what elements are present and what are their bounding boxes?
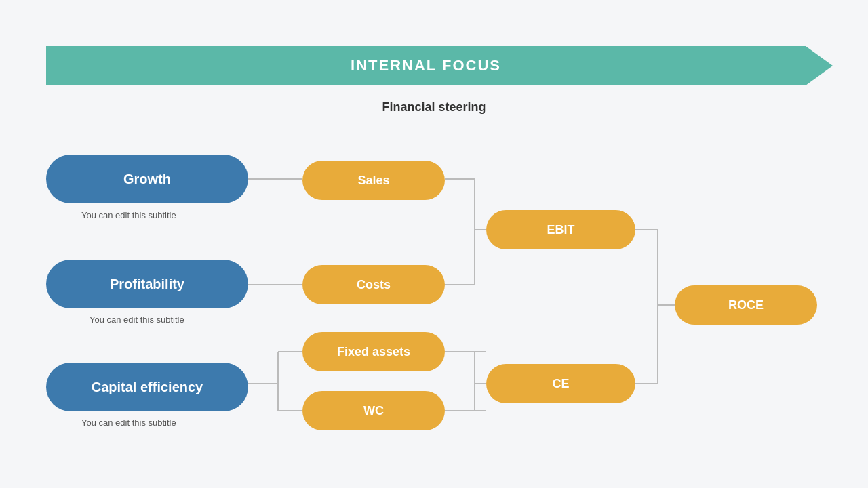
sales-label: Sales: [357, 174, 389, 188]
fixed-assets-label: Fixed assets: [337, 345, 410, 359]
ce-label: CE: [552, 377, 569, 391]
ce-pill: CE: [486, 364, 635, 403]
banner: INTERNAL FOCUS: [46, 46, 833, 85]
roce-label: ROCE: [728, 298, 764, 312]
profitability-pill: Profitability: [46, 260, 248, 308]
wc-label: WC: [363, 404, 384, 418]
banner-arrow: [806, 46, 833, 85]
wc-pill: WC: [302, 391, 445, 430]
growth-label: Growth: [123, 171, 171, 187]
growth-pill: Growth: [46, 155, 248, 203]
profitability-subtitle: You can edit this subtitle: [90, 314, 184, 325]
ebit-pill: EBIT: [486, 210, 635, 249]
sales-pill: Sales: [302, 161, 445, 200]
roce-pill: ROCE: [675, 285, 817, 325]
capital-subtitle: You can edit this subtitle: [81, 418, 176, 428]
banner-title: INTERNAL FOCUS: [46, 46, 806, 85]
profitability-label: Profitability: [110, 277, 184, 292]
fixed-assets-pill: Fixed assets: [302, 332, 445, 371]
costs-label: Costs: [357, 278, 391, 292]
page-subtitle: Financial steering: [0, 100, 868, 115]
capital-label: Capital efficiency: [92, 380, 203, 395]
growth-subtitle: You can edit this subtitle: [81, 210, 176, 220]
ebit-label: EBIT: [547, 223, 574, 237]
costs-pill: Costs: [302, 265, 445, 304]
capital-pill: Capital efficiency: [46, 363, 248, 411]
